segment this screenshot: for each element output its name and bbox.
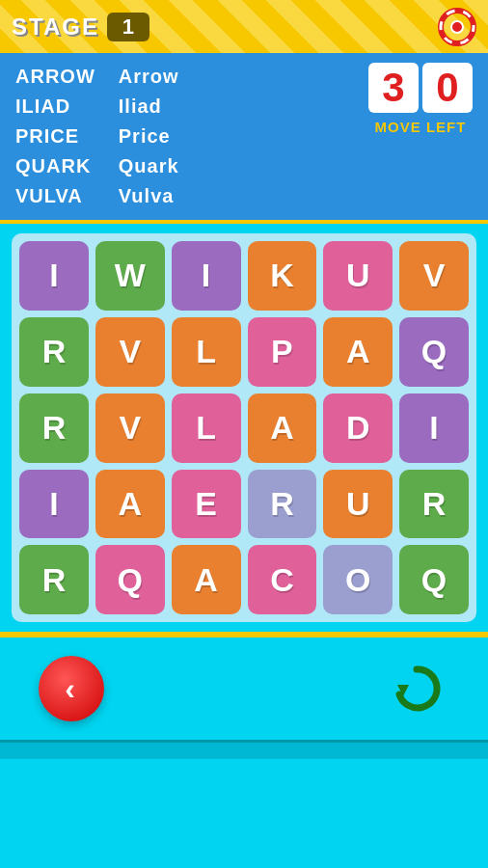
grid-cell-28[interactable]: O <box>323 545 393 614</box>
grid-cell-25[interactable]: Q <box>95 545 165 614</box>
word-left-0: ARROW <box>15 63 95 91</box>
stage-container: STAGE 1 <box>12 13 149 41</box>
grid-cell-7[interactable]: V <box>95 317 165 387</box>
grid-cell-15[interactable]: A <box>248 393 317 463</box>
word-panel: ARROWILIADPRICEQUARKVULVA ArrowIliadPric… <box>0 53 488 220</box>
score-area: 3 0 MOVE LEFT <box>368 63 473 135</box>
grid-cell-16[interactable]: D <box>323 393 393 463</box>
grid-cell-18[interactable]: I <box>19 470 89 539</box>
word-col-right: ArrowIliadPriceQuarkVulva <box>119 63 179 210</box>
grid-cell-22[interactable]: U <box>323 470 393 539</box>
grid-cell-11[interactable]: Q <box>399 317 469 387</box>
word-right-0: Arrow <box>119 63 179 91</box>
score-box-tens: 3 <box>368 63 419 113</box>
stage-label: STAGE <box>12 14 99 41</box>
word-right-4: Vulva <box>119 182 179 210</box>
refresh-button[interactable] <box>384 656 449 721</box>
word-right-2: Price <box>119 122 179 150</box>
grid-cell-1[interactable]: W <box>95 241 165 311</box>
word-left-2: PRICE <box>15 122 95 150</box>
grid-cell-2[interactable]: I <box>172 241 241 311</box>
grid-cell-29[interactable]: Q <box>399 545 469 614</box>
grid-cell-4[interactable]: U <box>323 241 393 311</box>
refresh-icon <box>390 662 444 716</box>
score-boxes: 3 0 <box>368 63 473 113</box>
grid-cell-27[interactable]: C <box>248 545 317 614</box>
letter-grid: IWIKUVRVLPAQRVLADIIAERURRQACOQ <box>12 233 476 622</box>
grid-cell-3[interactable]: K <box>248 241 317 311</box>
grid-cell-9[interactable]: P <box>248 317 317 387</box>
grid-cell-10[interactable]: A <box>323 317 393 387</box>
grid-cell-5[interactable]: V <box>399 241 469 311</box>
grid-cell-8[interactable]: L <box>172 317 241 387</box>
word-left-3: QUARK <box>15 152 95 180</box>
score-box-ones: 0 <box>422 63 473 113</box>
grid-cell-0[interactable]: I <box>19 241 89 311</box>
grid-cell-24[interactable]: R <box>19 545 89 614</box>
grid-cell-26[interactable]: A <box>172 545 241 614</box>
word-right-1: Iliad <box>119 93 179 121</box>
back-button[interactable]: ‹ <box>39 656 104 721</box>
word-left-1: ILIAD <box>15 93 95 121</box>
grid-cell-20[interactable]: E <box>172 470 241 539</box>
grid-outer: IWIKUVRVLPAQRVLADIIAERURRQACOQ <box>0 220 488 634</box>
word-columns: ARROWILIADPRICEQUARKVULVA ArrowIliadPric… <box>15 63 179 210</box>
grid-cell-12[interactable]: R <box>19 393 89 463</box>
score-tens: 3 <box>382 68 404 108</box>
stage-number: 1 <box>122 14 134 39</box>
bottom-bar: ‹ <box>0 634 488 740</box>
grid-cell-13[interactable]: V <box>95 393 165 463</box>
grid-cell-21[interactable]: R <box>248 470 317 539</box>
grid-cell-14[interactable]: L <box>172 393 241 463</box>
word-right-3: Quark <box>119 152 179 180</box>
move-left-label: MOVE LEFT <box>375 119 467 135</box>
footer-stripe <box>0 740 488 759</box>
back-arrow-icon: ‹ <box>65 673 75 704</box>
stage-number-box: 1 <box>107 13 149 41</box>
life-icon[interactable] <box>438 8 476 46</box>
score-ones: 0 <box>436 68 458 108</box>
word-col-left: ARROWILIADPRICEQUARKVULVA <box>15 63 95 210</box>
grid-cell-17[interactable]: I <box>399 393 469 463</box>
grid-cell-23[interactable]: R <box>399 470 469 539</box>
grid-cell-19[interactable]: A <box>95 470 165 539</box>
word-left-4: VULVA <box>15 182 95 210</box>
top-bar: STAGE 1 <box>0 0 488 53</box>
grid-cell-6[interactable]: R <box>19 317 89 387</box>
